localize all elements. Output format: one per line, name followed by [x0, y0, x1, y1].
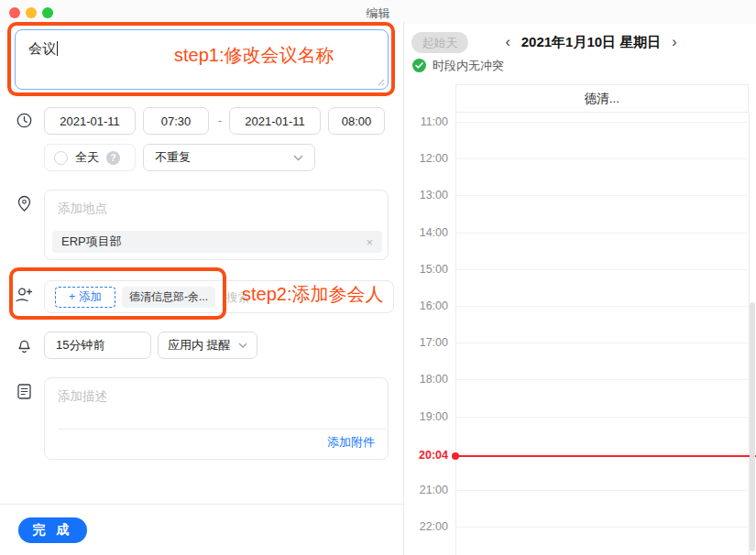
hour-label: 19:00 — [406, 410, 448, 423]
all-day-toggle[interactable]: 全天 ? — [44, 144, 136, 171]
participant-tag-label: 德清信息部-余... — [129, 289, 208, 305]
hour-label: 16:00 — [406, 299, 448, 312]
hour-label: 15:00 — [406, 263, 448, 276]
start-time-value: 07:30 — [161, 114, 192, 128]
description-placeholder: 添加描述 — [58, 388, 107, 405]
calendar-scrollbar[interactable] — [750, 302, 755, 551]
panel-divider — [403, 22, 404, 555]
current-time-line — [455, 455, 756, 457]
reminder-time-value: 15分钟前 — [56, 337, 104, 354]
done-button[interactable]: 完 成 — [18, 517, 87, 543]
add-attachment-link[interactable]: 添加附件 — [327, 434, 375, 451]
start-day-button[interactable]: 起始天 — [411, 32, 468, 53]
date-navigator: ‹ 2021年1月10日 星期日 › — [477, 31, 706, 53]
location-pin-icon — [16, 195, 32, 212]
hour-label: 21:00 — [406, 484, 448, 496]
hour-gridline — [455, 453, 749, 454]
start-date-field[interactable]: 2021-01-11 — [44, 107, 136, 135]
check-circle-icon — [412, 59, 426, 72]
repeat-select[interactable]: 不重复 — [143, 144, 315, 171]
reminder-time-field[interactable]: 15分钟前 — [44, 332, 151, 359]
bell-icon — [16, 337, 32, 354]
start-time-field[interactable]: 07:30 — [143, 107, 209, 135]
reminder-channel-value: 应用内 提醒 — [168, 337, 231, 354]
minimize-window-button[interactable] — [26, 7, 37, 18]
add-person-icon — [15, 287, 33, 303]
hour-gridline — [455, 195, 749, 196]
current-time-label: 20:04 — [406, 449, 448, 462]
location-placeholder: 添加地点 — [58, 201, 107, 217]
event-title-value: 会议 — [28, 40, 56, 56]
description-input[interactable]: 添加描述 添加附件 — [44, 377, 389, 460]
start-date-value: 2021-01-11 — [60, 114, 120, 128]
window-titlebar: 编辑 — [0, 0, 756, 24]
help-icon[interactable]: ? — [106, 151, 120, 165]
current-time-dot — [452, 452, 459, 460]
hour-gridline — [455, 233, 749, 234]
chevron-down-icon — [238, 343, 247, 348]
end-date-field[interactable]: 2021-01-11 — [229, 107, 321, 135]
hour-gridline — [455, 490, 749, 491]
calendar-date-title: 2021年1月10日 星期日 — [521, 34, 662, 51]
add-participant-label: + 添加 — [69, 289, 102, 305]
end-time-value: 08:00 — [342, 114, 372, 128]
all-day-label: 全天 — [75, 149, 99, 166]
text-cursor — [57, 41, 58, 56]
hour-label: 12:00 — [406, 152, 448, 165]
calendar-column-name: 德清... — [585, 91, 619, 107]
hour-label: 18:00 — [406, 373, 448, 386]
column-left-border — [455, 113, 456, 555]
hour-label: 17:00 — [406, 336, 448, 349]
conflict-status-text: 时段内无冲突 — [433, 58, 504, 74]
hour-gridline — [455, 527, 749, 528]
resize-handle-icon[interactable] — [376, 77, 385, 86]
location-tag: ERP项目部 × — [52, 231, 382, 253]
edit-event-window: 编辑 会议 2021-01-11 07:30 - 2021-01-11 08:0… — [0, 0, 756, 555]
conflict-status: 时段内无冲突 — [412, 58, 504, 73]
hour-label: 22:00 — [406, 520, 448, 533]
repeat-value: 不重复 — [155, 149, 191, 166]
end-time-field[interactable]: 08:00 — [328, 107, 385, 135]
remove-location-icon[interactable]: × — [366, 235, 373, 249]
participant-tag[interactable]: 德清信息部-余... — [122, 287, 215, 308]
close-window-button[interactable] — [9, 7, 20, 18]
location-tag-label: ERP项目部 — [61, 234, 122, 250]
annotation-step2-text: step2:添加参会人 — [242, 282, 383, 307]
hour-label: 11:00 — [406, 115, 448, 128]
description-separator — [58, 429, 387, 430]
hour-gridline — [455, 122, 749, 123]
description-note-icon — [17, 384, 31, 399]
hour-gridline — [455, 269, 749, 270]
prev-day-icon[interactable]: ‹ — [505, 35, 509, 49]
hour-gridline — [455, 158, 749, 159]
hour-label: 13:00 — [406, 189, 448, 201]
clock-icon — [16, 113, 32, 128]
window-title: 编辑 — [302, 5, 454, 22]
location-input[interactable]: 添加地点 ERP项目部 × — [44, 190, 389, 260]
hour-gridline — [455, 306, 749, 307]
next-day-icon[interactable]: › — [672, 35, 676, 49]
all-day-radio[interactable] — [54, 151, 68, 165]
date-range-separator: - — [214, 114, 225, 127]
hour-gridline — [455, 417, 749, 418]
hour-gridline — [455, 343, 749, 343]
calendar-column-header[interactable]: 德清... — [455, 84, 749, 113]
footer-divider — [0, 504, 403, 505]
end-date-value: 2021-01-11 — [245, 114, 305, 128]
hour-label: 14:00 — [406, 226, 448, 239]
reminder-channel-select[interactable]: 应用内 提醒 — [158, 332, 257, 359]
hour-gridline — [455, 379, 749, 380]
add-participant-button[interactable]: + 添加 — [55, 287, 115, 308]
zoom-window-button[interactable] — [42, 7, 53, 18]
chevron-down-icon — [293, 155, 303, 161]
annotation-step1-text: step1:修改会议名称 — [174, 43, 334, 68]
